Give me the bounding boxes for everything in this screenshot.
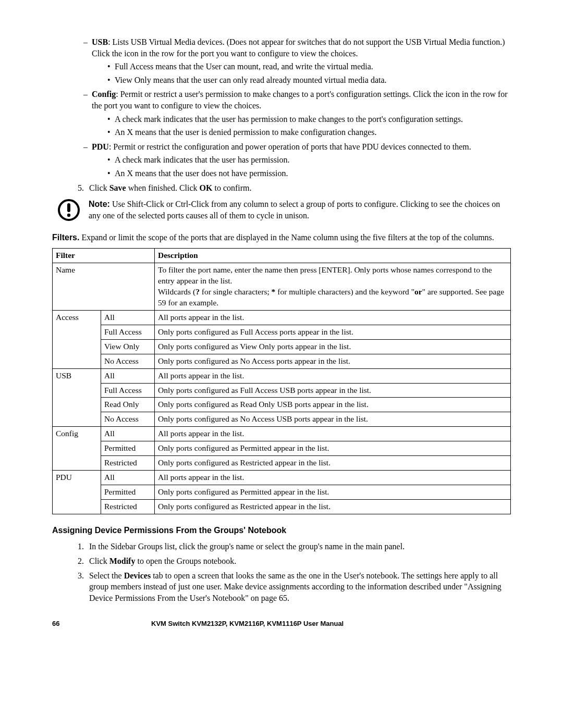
table-row: Permitted Only ports configured as Permi… <box>53 441 511 456</box>
manual-title: KVM Switch KVM2132P, KVM2116P, KVM1116P … <box>151 619 511 628</box>
pdu-text: : Permit or restrict the configuration a… <box>109 142 471 151</box>
name-q: ? <box>195 287 200 296</box>
page-footer: 66 KVM Switch KVM2132P, KVM2116P, KVM111… <box>52 619 511 628</box>
feature-list: USB: Lists USB Virtual Media devices. (D… <box>52 36 511 179</box>
cell-all: All <box>101 427 155 441</box>
ok-label: OK <box>200 183 213 192</box>
step-5: Click Save when finished. Click OK to co… <box>86 182 511 194</box>
cell-config: Config <box>53 427 101 471</box>
table-row: View Only Only ports configured as View … <box>53 339 511 354</box>
cell-na: No Access <box>101 412 155 427</box>
cell-all-d: All ports appear in the list. <box>155 310 511 325</box>
cell-fa: Full Access <box>101 383 155 398</box>
th-description: Description <box>155 249 511 263</box>
step5-pre: Click <box>89 183 109 192</box>
svg-point-2 <box>67 214 70 217</box>
step-2: Click Modify to open the Groups notebook… <box>86 556 511 567</box>
pdu-item: PDU: Permit or restrict the configuratio… <box>83 141 511 179</box>
note-text-block: Note: Use Shift-Click or Ctrl-Click from… <box>89 199 511 221</box>
cell-access-na-d: Only ports configured as No Access ports… <box>155 354 511 368</box>
cell-rest: Restricted <box>101 456 155 471</box>
cell-all: All <box>101 310 155 325</box>
cell-access-vo-d: Only ports configured as View Only ports… <box>155 339 511 354</box>
cell-pdu-rest-d: Only ports configured as Restricted appe… <box>155 499 511 514</box>
pdu-bullet-1: A check mark indicates that the user has… <box>107 154 511 166</box>
groups-steps: In the Sidebar Groups list, click the gr… <box>52 541 511 603</box>
th-filter: Filter <box>53 249 155 263</box>
cell-all: All <box>101 471 155 485</box>
config-bullet-1: A check mark indicates that the user has… <box>107 114 511 125</box>
config-text: : Permit or restrict a user's permission… <box>92 90 508 110</box>
usb-bullet-2: View Only means that the user can only r… <box>107 75 511 86</box>
save-label: Save <box>109 183 126 192</box>
cell-fa: Full Access <box>101 325 155 339</box>
cell-perm: Permitted <box>101 485 155 499</box>
cell-all-d: All ports appear in the list. <box>155 368 511 383</box>
name-d2c: for multiple characters) and the keyword… <box>275 287 414 296</box>
page-number: 66 <box>52 619 151 628</box>
cell-rest: Restricted <box>101 499 155 514</box>
name-d2b: for single characters; <box>200 287 272 296</box>
pdu-bullet-2: An X means that the user does not have p… <box>107 168 511 179</box>
cell-usb-ro-d: Only ports configured as Read Only USB p… <box>155 398 511 412</box>
page-content: USB: Lists USB Virtual Media devices. (D… <box>52 36 511 628</box>
filters-body: Expand or limit the scope of the ports t… <box>79 233 494 242</box>
config-label: Config <box>92 90 116 98</box>
filters-label: Filters. <box>52 233 79 242</box>
config-bullet-2: An X means that the user is denied permi… <box>107 127 511 138</box>
note-block: Note: Use Shift-Click or Ctrl-Click from… <box>52 199 511 225</box>
modify-label: Modify <box>109 557 136 565</box>
devices-label: Devices <box>124 571 151 580</box>
cell-usb-fa-d: Only ports configured as Full Access USB… <box>155 383 511 398</box>
cell-all: All <box>101 368 155 383</box>
table-row: No Access Only ports configured as No Ac… <box>53 354 511 368</box>
filters-paragraph: Filters. Expand or limit the scope of th… <box>52 232 511 243</box>
cell-ro: Read Only <box>101 398 155 412</box>
cell-name: Name <box>53 263 155 311</box>
step-1: In the Sidebar Groups list, click the gr… <box>86 541 511 552</box>
table-row: Name To filter the port name, enter the … <box>53 263 511 311</box>
config-item: Config: Permit or restrict a user's perm… <box>83 89 511 138</box>
config-sublist: A check mark indicates that the user has… <box>92 114 511 138</box>
table-row: USB All All ports appear in the list. <box>53 368 511 383</box>
name-or: or <box>414 287 422 296</box>
cell-vo: View Only <box>101 339 155 354</box>
table-row: Access All All ports appear in the list. <box>53 310 511 325</box>
step5-mid: when finished. Click <box>126 183 200 192</box>
cell-pdu: PDU <box>53 471 101 514</box>
cell-na: No Access <box>101 354 155 368</box>
table-row: No Access Only ports configured as No Ac… <box>53 412 511 427</box>
step-list: Click Save when finished. Click OK to co… <box>52 182 511 194</box>
usb-bullet-1: Full Access means that the User can moun… <box>107 61 511 72</box>
section-heading: Assigning Device Permissions From the Gr… <box>52 525 511 536</box>
cell-all-d: All ports appear in the list. <box>155 427 511 441</box>
usb-text: : Lists USB Virtual Media devices. (Does… <box>92 38 505 58</box>
cell-access-fa-d: Only ports configured as Full Access por… <box>155 325 511 339</box>
usb-label: USB <box>92 38 108 46</box>
usb-sublist: Full Access means that the User can moun… <box>92 61 511 85</box>
cell-pdu-perm-d: Only ports configured as Permitted appea… <box>155 485 511 499</box>
note-body: Use Shift-Click or Ctrl-Click from any c… <box>89 200 500 220</box>
pdu-sublist: A check mark indicates that the user has… <box>92 154 511 179</box>
cell-perm: Permitted <box>101 441 155 456</box>
step5-post: to confirm. <box>212 183 251 192</box>
s3c: tab to open a screen that looks the same… <box>89 571 501 602</box>
cell-config-rest-d: Only ports configured as Restricted appe… <box>155 456 511 471</box>
name-d1: To filter the port name, enter the name … <box>158 265 492 285</box>
step-3: Select the Devices tab to open a screen … <box>86 570 511 604</box>
cell-all-d: All ports appear in the list. <box>155 471 511 485</box>
table-row: Restricted Only ports configured as Rest… <box>53 499 511 514</box>
table-row: Read Only Only ports configured as Read … <box>53 398 511 412</box>
cell-config-perm-d: Only ports configured as Permitted appea… <box>155 441 511 456</box>
s3a: Select the <box>89 571 124 580</box>
table-row: Full Access Only ports configured as Ful… <box>53 325 511 339</box>
cell-usb-na-d: Only ports configured as No Access USB p… <box>155 412 511 427</box>
warning-icon <box>57 199 80 225</box>
cell-usb: USB <box>53 368 101 427</box>
svg-rect-1 <box>67 203 70 212</box>
table-row: PDU All All ports appear in the list. <box>53 471 511 485</box>
table-row: Full Access Only ports configured as Ful… <box>53 383 511 398</box>
table-row: Config All All ports appear in the list. <box>53 427 511 441</box>
table-row: Restricted Only ports configured as Rest… <box>53 456 511 471</box>
usb-item: USB: Lists USB Virtual Media devices. (D… <box>83 36 511 85</box>
